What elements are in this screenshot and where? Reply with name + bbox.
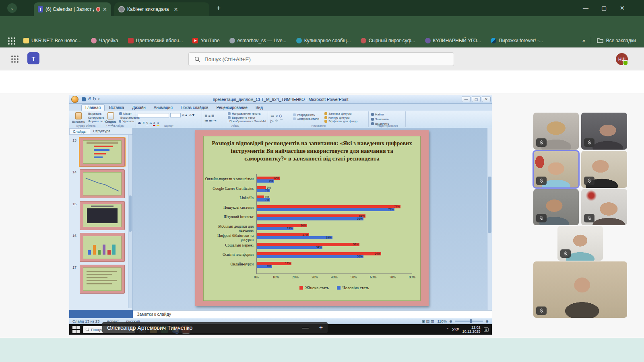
bookmark-item[interactable]: Чадейка	[91, 38, 118, 43]
ribbon-button-Эффекты для фигур[interactable]: Эффекты для фигур	[324, 119, 366, 123]
participant-video[interactable]	[533, 189, 579, 225]
ribbon-button-Заливка фигуры[interactable]: Заливка фигуры	[324, 112, 366, 116]
apps-grid-icon[interactable]	[8, 37, 15, 45]
micoff-icon	[539, 308, 544, 313]
ribbon-button-Вырезать[interactable]: Вырезать	[87, 112, 100, 116]
ribbon-button-Формат по образцу[interactable]: Формат по образцу	[87, 119, 100, 123]
slide-thumbnail[interactable]	[80, 138, 125, 167]
ribbon-button-Макет[interactable]: Макет	[119, 112, 134, 116]
ribbon-button-Заменить[interactable]: Заменить	[371, 117, 404, 121]
shapes-gallery[interactable]: ▭ ○ ◇ ▷ ☆ ⌒	[270, 112, 293, 123]
participant-video[interactable]	[581, 113, 627, 150]
ribbon-button-Преобразовать в SmartArt[interactable]: Преобразовать в SmartArt	[228, 119, 266, 123]
ribbon-button-Удалить[interactable]: Удалить	[119, 119, 134, 123]
office-button[interactable]	[71, 96, 78, 103]
zoom-in-icon[interactable]: ⊕	[485, 319, 489, 323]
thumbnail-wrap: 13	[80, 138, 128, 167]
tray-expand-icon[interactable]: ⌃	[446, 327, 449, 331]
paste-button[interactable]: Вставить	[72, 112, 85, 123]
notes-pane[interactable]: Заметки к слайду	[133, 310, 492, 318]
tray-lang[interactable]: УКР	[452, 327, 459, 331]
bookmark-item[interactable]: Пирожки forever! -...	[491, 38, 543, 43]
tab-search-button[interactable]: ⌄	[7, 3, 17, 13]
align-buttons[interactable]: ≣≡≣ ≔≕⇥	[204, 112, 227, 123]
chart-value-label: 7%	[260, 198, 269, 202]
share-zoom-out-button[interactable]: —	[302, 324, 309, 331]
ribbon-tab-Показ слайдов[interactable]: Показ слайдов	[177, 105, 212, 111]
ribbon-tab-Вставка[interactable]: Вставка	[105, 105, 128, 111]
bookmark-item[interactable]: Сырный пирог-суф...	[361, 38, 415, 43]
save-icon[interactable]	[82, 97, 86, 101]
zoom-slider[interactable]	[455, 321, 483, 322]
teams-favicon: T	[38, 6, 43, 12]
window-maximize-button[interactable]: ▢	[601, 5, 607, 11]
ribbon-tab-Рецензирование[interactable]: Рецензирование	[213, 105, 251, 111]
font-name-box[interactable]	[138, 113, 169, 117]
ribbon-group-slides: СлайдыСоздать слайдМакетВосстановитьУдал…	[102, 111, 136, 127]
ribbon-tab-Анимация[interactable]: Анимация	[150, 105, 176, 111]
notification-badge[interactable]: 5	[484, 327, 489, 332]
bookmark-label: YouTube	[200, 38, 219, 43]
bookmark-item[interactable]: Кулинарное сообщ...	[296, 38, 351, 43]
participant-video[interactable]	[533, 151, 579, 188]
ribbon-button-Выровнять текст[interactable]: Выровнять текст	[228, 116, 266, 120]
font-size-box[interactable]	[170, 113, 181, 117]
ribbon-tab-Главная[interactable]: Главная	[81, 104, 105, 111]
ppt-minimize-button[interactable]: —	[462, 96, 471, 102]
participant-video[interactable]	[581, 189, 627, 225]
folder-icon	[597, 38, 603, 43]
app-launcher-icon[interactable]	[11, 56, 19, 63]
all-bookmarks-button[interactable]: Все закладки	[597, 38, 636, 43]
tab-close-icon[interactable]: ✕	[173, 6, 178, 12]
button-icon	[228, 120, 228, 123]
teams-avatar[interactable]: НШ	[616, 53, 628, 65]
chart-y-axis	[256, 174, 257, 274]
bookmark-item[interactable]: UKR.NET: Все новос...	[23, 38, 81, 43]
participant-video[interactable]	[533, 113, 579, 150]
ppt-close-button[interactable]: ✕	[482, 96, 491, 102]
zoom-out-icon[interactable]: ⊖	[449, 319, 452, 323]
ribbon-button-Восстановить[interactable]: Восстановить	[119, 116, 134, 120]
bookmark-item[interactable]: КУЛИНАРНЫЙ УГО...	[425, 38, 481, 43]
tab-slides[interactable]: Слайды	[69, 128, 90, 134]
teams-search-input[interactable]: Пошук (Ctrl+Alt+E)	[188, 52, 454, 66]
participant-video[interactable]	[581, 151, 627, 188]
grow-font-icon[interactable]: A▲	[182, 113, 188, 117]
teams-logo-icon[interactable]: T	[27, 52, 39, 64]
browser-tab-teams[interactable]: T (6) Calendar | Захист Дипл ✕	[34, 2, 111, 16]
slide-scrollbar[interactable]	[487, 128, 492, 310]
bookmark-item[interactable]: esmarhov_ss — Live...	[229, 38, 287, 43]
panel-scrollbar[interactable]	[128, 135, 132, 308]
window-close-button[interactable]: ✕	[620, 5, 625, 11]
bookmarks-overflow-button[interactable]: »	[582, 38, 585, 43]
bookmark-item[interactable]: YouTube	[192, 38, 219, 43]
tab-outline[interactable]: Структура	[90, 128, 114, 134]
ribbon-button-Контур фигуры[interactable]: Контур фигуры	[324, 116, 366, 120]
ppt-maximize-button[interactable]: ▢	[472, 96, 481, 102]
slide-thumbnail[interactable]	[80, 201, 125, 230]
shrink-font-icon[interactable]: A▼	[189, 113, 195, 117]
view-buttons[interactable]: ▣▤▥	[422, 319, 435, 323]
window-minimize-button[interactable]: —	[583, 5, 588, 11]
ribbon-tab-Дизайн[interactable]: Дизайн	[128, 105, 149, 111]
ribbon-tab-Вид[interactable]: Вид	[252, 105, 266, 111]
ribbon-button-Упорядочить[interactable]: Упорядочить	[293, 113, 324, 117]
share-zoom-in-button[interactable]: +	[319, 324, 323, 331]
presenter-start-icon[interactable]	[72, 326, 80, 333]
bookmark-item[interactable]: Цветаевский яблоч...	[128, 38, 183, 43]
ribbon-button-Найти[interactable]: Найти	[371, 113, 404, 117]
redo-icon[interactable]: ↻	[93, 97, 96, 102]
undo-icon[interactable]: ↺	[87, 97, 91, 102]
ribbon-button-Копировать[interactable]: Копировать	[87, 116, 100, 120]
participant-video[interactable]	[557, 226, 603, 261]
participant-video[interactable]	[533, 261, 627, 318]
browser-tab-cabinet[interactable]: Кабінет викладача ✕	[114, 2, 209, 16]
ribbon-button-Экспресс-стили[interactable]: Экспресс-стили	[293, 117, 324, 121]
slide-thumbnail[interactable]	[80, 233, 125, 262]
slide-thumbnail[interactable]	[80, 265, 125, 294]
chart-bar	[256, 236, 332, 239]
new-tab-button[interactable]: +	[217, 4, 221, 12]
ribbon-button-Направление текста[interactable]: Направление текста	[228, 112, 266, 116]
slide-thumbnail[interactable]	[80, 169, 125, 198]
tab-close-icon[interactable]: ✕	[103, 6, 107, 12]
